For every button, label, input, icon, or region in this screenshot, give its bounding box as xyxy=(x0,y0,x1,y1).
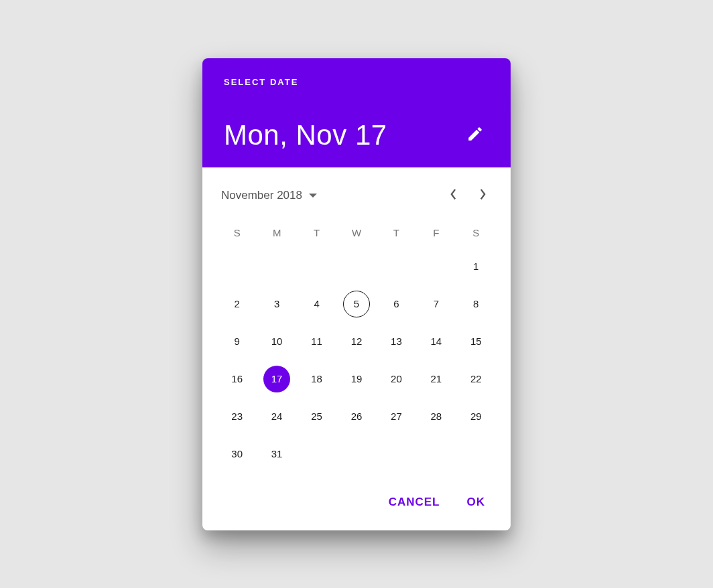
calendar-day-number: 3 xyxy=(263,291,290,317)
day-of-week-cell: W xyxy=(336,218,376,248)
calendar-day-number: 19 xyxy=(343,366,370,392)
calendar-day-number: 6 xyxy=(383,291,409,317)
calendar-day-number: 25 xyxy=(304,403,330,430)
day-of-week-cell: M xyxy=(257,218,296,248)
calendar-day[interactable]: 16 xyxy=(217,360,257,398)
calendar-day[interactable]: 18 xyxy=(297,360,336,398)
calendar-week-row: 9101112131415 xyxy=(217,323,496,360)
calendar-day-number: 7 xyxy=(423,291,450,317)
calendar-day-number: 20 xyxy=(383,366,409,392)
calendar-day-number: 31 xyxy=(263,441,290,467)
calendar-week-row: 1 xyxy=(217,248,496,285)
date-picker-header: SELECT DATE Mon, Nov 17 xyxy=(202,58,511,167)
calendar-day-number: 11 xyxy=(304,328,330,355)
day-of-week-cell: T xyxy=(377,218,416,248)
pencil-icon xyxy=(466,135,484,145)
calendar-day-number: 10 xyxy=(263,328,290,355)
date-picker: SELECT DATE Mon, Nov 17 November 2018 xyxy=(202,58,511,530)
calendar-day[interactable]: 29 xyxy=(456,398,496,435)
calendar-day[interactable]: 11 xyxy=(297,323,336,360)
calendar-day-number: 12 xyxy=(343,328,370,355)
calendar-day-number: 4 xyxy=(304,291,330,317)
calendar-day-number: 1 xyxy=(462,253,489,280)
calendar-day[interactable]: 15 xyxy=(456,323,496,360)
calendar-day[interactable]: 20 xyxy=(377,360,416,398)
calendar-day[interactable]: 6 xyxy=(377,285,416,323)
calendar-week-row: 2345678 xyxy=(217,285,496,323)
calendar-day[interactable]: 23 xyxy=(217,398,257,435)
calendar-day-number: 29 xyxy=(462,403,489,430)
calendar-day[interactable]: 31 xyxy=(257,435,296,473)
calendar-day-empty xyxy=(217,248,257,285)
calendar-day-number: 22 xyxy=(462,366,489,392)
next-month-button[interactable] xyxy=(468,181,497,210)
calendar-day[interactable]: 12 xyxy=(336,323,376,360)
calendar-day-number: 27 xyxy=(383,403,409,430)
calendar-week-row: 23242526272829 xyxy=(217,398,496,435)
month-controls: November 2018 xyxy=(202,167,511,218)
calendar-day-number: 16 xyxy=(224,366,251,392)
calendar-day[interactable]: 8 xyxy=(456,285,496,323)
calendar-day-number: 2 xyxy=(224,291,251,317)
calendar-week-row: 16171819202122 xyxy=(217,360,496,398)
calendar-day-empty xyxy=(336,435,376,473)
calendar-day[interactable]: 24 xyxy=(257,398,296,435)
calendar-day-empty xyxy=(257,248,296,285)
calendar-day[interactable]: 10 xyxy=(257,323,296,360)
chevron-left-icon xyxy=(450,188,457,202)
chevron-right-icon xyxy=(479,188,487,202)
calendar-week-row: 3031 xyxy=(217,435,496,473)
calendar-day-number: 17 xyxy=(263,366,290,392)
calendar-day-empty xyxy=(377,248,416,285)
calendar-day-number: 21 xyxy=(423,366,450,392)
calendar-day[interactable]: 30 xyxy=(217,435,257,473)
calendar-day-number: 18 xyxy=(304,366,330,392)
calendar-day[interactable]: 22 xyxy=(456,360,496,398)
calendar-day-number: 13 xyxy=(383,328,409,355)
selected-date-display: Mon, Nov 17 xyxy=(224,119,387,151)
days-area: 1234567891011121314151617181920212223242… xyxy=(217,248,496,473)
calendar-day[interactable]: 26 xyxy=(336,398,376,435)
day-of-week-cell: T xyxy=(297,218,336,248)
calendar-day-number: 14 xyxy=(423,328,450,355)
calendar-day-number: 30 xyxy=(224,441,251,467)
calendar-day[interactable]: 17 xyxy=(257,360,296,398)
calendar-day[interactable]: 13 xyxy=(377,323,416,360)
calendar-day-number: 9 xyxy=(224,328,251,355)
calendar-day-empty xyxy=(297,435,336,473)
calendar-day[interactable]: 1 xyxy=(456,248,496,285)
calendar-day-empty xyxy=(297,248,336,285)
calendar-day-empty xyxy=(456,435,496,473)
calendar-day[interactable]: 4 xyxy=(297,285,336,323)
calendar-day[interactable]: 21 xyxy=(416,360,456,398)
calendar-day[interactable]: 5 xyxy=(336,285,376,323)
dialog-actions: CANCEL OK xyxy=(202,484,511,530)
prev-month-button[interactable] xyxy=(438,181,468,210)
calendar-day[interactable]: 19 xyxy=(336,360,376,398)
calendar-day[interactable]: 25 xyxy=(297,398,336,435)
caret-down-icon xyxy=(309,194,317,198)
ok-button[interactable]: OK xyxy=(458,489,495,516)
calendar-day-empty xyxy=(336,248,376,285)
calendar-day-empty xyxy=(416,248,456,285)
calendar-day-number: 23 xyxy=(224,403,251,430)
calendar-day-number: 24 xyxy=(263,403,290,430)
month-year-label: November 2018 xyxy=(221,189,302,202)
month-year-dropdown[interactable]: November 2018 xyxy=(221,189,317,202)
calendar-grid: SMTWTFS 12345678910111213141516171819202… xyxy=(202,218,511,484)
calendar-day[interactable]: 2 xyxy=(217,285,257,323)
day-of-week-row: SMTWTFS xyxy=(217,218,496,248)
calendar-day[interactable]: 3 xyxy=(257,285,296,323)
calendar-day[interactable]: 14 xyxy=(416,323,456,360)
calendar-day-number: 26 xyxy=(343,403,370,430)
calendar-day[interactable]: 9 xyxy=(217,323,257,360)
edit-date-button[interactable] xyxy=(461,120,489,150)
select-date-label: SELECT DATE xyxy=(224,77,489,87)
calendar-day[interactable]: 7 xyxy=(416,285,456,323)
calendar-day[interactable]: 28 xyxy=(416,398,456,435)
calendar-day-number: 28 xyxy=(423,403,450,430)
cancel-button[interactable]: CANCEL xyxy=(379,489,450,516)
calendar-day[interactable]: 27 xyxy=(377,398,416,435)
day-of-week-cell: F xyxy=(416,218,456,248)
day-of-week-cell: S xyxy=(217,218,257,248)
